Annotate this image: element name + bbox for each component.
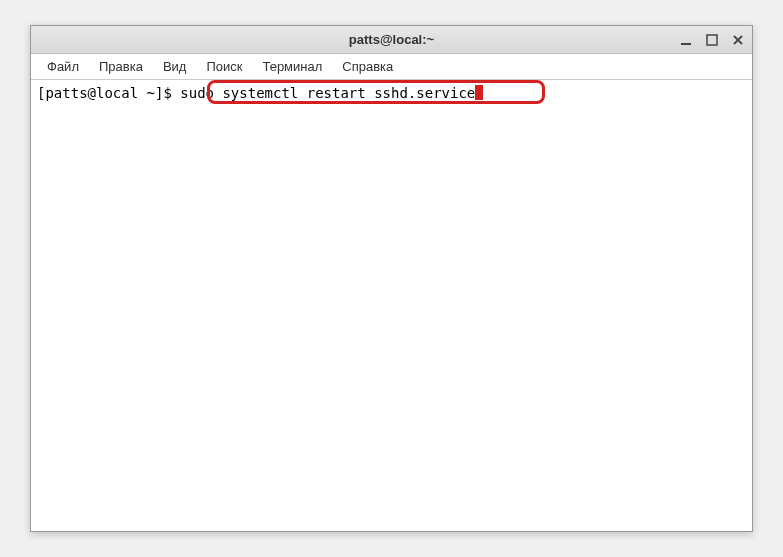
window-controls [680,34,752,46]
terminal-window: patts@local:~ Файл Правка Вид Поиск Терм… [30,25,753,532]
menu-view[interactable]: Вид [153,56,197,77]
titlebar[interactable]: patts@local:~ [31,26,752,54]
menu-search[interactable]: Поиск [196,56,252,77]
cursor [475,85,483,100]
window-title: patts@local:~ [349,32,434,47]
menu-terminal[interactable]: Терминал [252,56,332,77]
menu-file[interactable]: Файл [37,56,89,77]
menubar: Файл Правка Вид Поиск Терминал Справка [31,54,752,80]
terminal-line: [patts@local ~]$ sudo systemctl restart … [37,84,746,102]
command-text: sudo systemctl restart sshd.service [180,85,475,101]
prompt: [patts@local ~]$ [37,85,180,101]
menu-help[interactable]: Справка [332,56,403,77]
menu-edit[interactable]: Правка [89,56,153,77]
minimize-icon[interactable] [680,34,692,46]
maximize-icon[interactable] [706,34,718,46]
svg-rect-0 [681,43,691,45]
close-icon[interactable] [732,34,744,46]
terminal-content[interactable]: [patts@local ~]$ sudo systemctl restart … [31,80,752,531]
svg-rect-1 [707,35,717,45]
